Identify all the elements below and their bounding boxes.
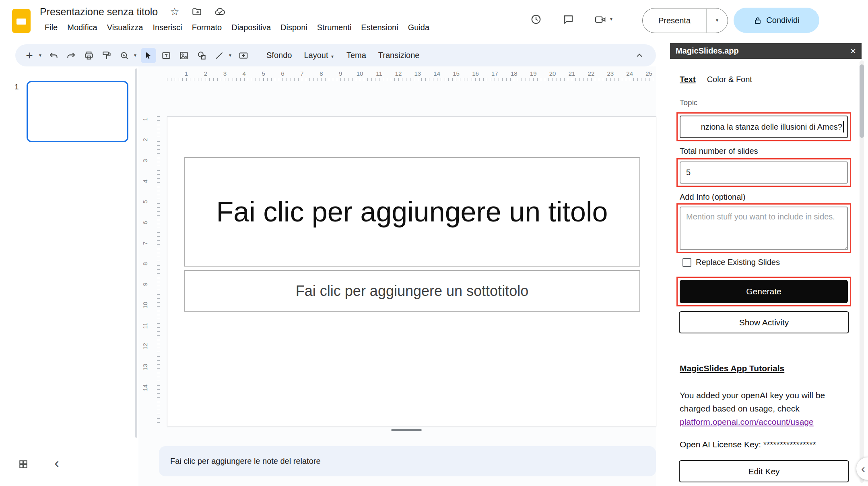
comments-icon[interactable] [562,13,575,26]
sidebar-scrollbar-thumb[interactable] [860,64,864,138]
document-title[interactable]: Presentazione senza titolo [40,6,158,18]
add-info-textarea[interactable]: Mention stuff you want to include in sid… [680,207,848,250]
menu-item[interactable]: Disponi [276,21,312,34]
share-label: Condividi [766,16,799,25]
topic-field-highlight: nziona la stanza delle illusioni di Ames… [676,112,851,141]
replace-slides-checkbox[interactable] [682,258,691,267]
insert-line-button[interactable] [212,48,227,63]
chevron-down-icon: ▼ [38,54,42,58]
background-button[interactable]: Sfondo [262,48,297,62]
openai-usage-link[interactable]: platform.openai.com/account/usage [680,417,814,426]
license-key-mask: **************** [763,440,816,449]
select-tool-button[interactable] [141,48,156,63]
filmstrip-scrollbar[interactable] [135,68,137,438]
menu-item[interactable]: Inserisci [148,21,187,34]
api-key-note: You added your openAI key you will be ch… [680,389,854,428]
menu-item[interactable]: Formato [187,21,227,34]
menu-item[interactable]: Visualizza [102,21,148,34]
line-dropdown[interactable]: ▼ [227,54,233,58]
top-bar: Presentazione senza titolo ☆ FileModific… [0,0,868,43]
total-slides-label: Total number of slides [680,147,758,156]
generate-button[interactable]: Generate [680,280,848,303]
transition-button[interactable]: Transizione [373,48,425,62]
chevron-left-icon: ‹ [861,462,865,476]
zoom-button[interactable] [117,48,132,63]
layout-button[interactable]: Layout ▼ [299,48,339,62]
subtitle-placeholder-text: Fai clic per aggiungere un sottotitolo [296,283,528,300]
add-info-label: Add Info (optional) [680,192,745,202]
tutorials-link[interactable]: MagicSlides App Tutorials [680,364,784,373]
present-button[interactable]: Presenta ▼ [642,8,728,33]
collapse-filmstrip-button[interactable]: ‹ [50,454,64,472]
slides-logo-icon[interactable] [12,9,31,33]
grid-view-button[interactable] [16,457,30,471]
chevron-down-icon: ▼ [330,54,334,59]
present-options-button[interactable]: ▼ [707,19,728,23]
edit-key-button[interactable]: Edit Key [679,460,849,482]
text-box-button[interactable] [159,48,174,63]
star-icon[interactable]: ☆ [170,6,179,17]
collapse-toolbar-button[interactable] [632,48,647,63]
subtitle-placeholder[interactable]: Fai clic per aggiungere un sottotitolo [184,270,640,312]
sidebar-app-title: MagicSlides.app [676,46,850,56]
title-placeholder-text: Fai clic per aggiungere un titolo [200,196,624,228]
sidebar-header: MagicSlides.app × [670,43,862,59]
speaker-notes[interactable]: Fai clic per aggiungere le note del rela… [159,446,656,476]
move-folder-icon[interactable] [192,6,202,17]
chevron-down-icon[interactable]: ▼ [609,17,613,21]
slide-canvas[interactable]: Fai clic per aggiungere un titolo Fai cl… [167,116,656,426]
menu-item[interactable]: Estensioni [356,21,403,34]
main-toolbar: + ▼ ▼ ▼ [15,44,656,66]
tab-color-font[interactable]: Color & Font [707,75,752,84]
total-slides-value: 5 [686,168,691,177]
chevron-down-icon: ▼ [228,54,232,58]
meet-call-control[interactable]: ▼ [594,13,613,25]
undo-button[interactable] [46,48,61,63]
api-note-line1: You added your openAI key you will be [680,391,825,400]
chevron-down-icon: ▼ [715,19,719,23]
slides-logo-inner [16,19,26,25]
show-activity-button[interactable]: Show Activity [679,311,849,333]
menu-item[interactable]: Diapositiva [227,21,276,34]
insert-shape-button[interactable] [194,48,209,63]
new-slide-button[interactable]: + [22,48,37,63]
license-key-row: Open AI License Key: **************** [680,440,816,449]
insert-placeholder-button[interactable] [236,48,251,63]
redo-button[interactable] [64,48,79,63]
menu-item[interactable]: Modifica [62,21,102,34]
add-info-highlight: Mention stuff you want to include in sid… [676,203,851,253]
slide-filmstrip: 1 [0,66,138,486]
share-button[interactable]: Condividi [734,8,819,33]
slide-thumbnail[interactable] [27,81,128,142]
tab-text[interactable]: Text [680,75,696,84]
horizontal-ruler-ticks [167,78,656,81]
close-icon[interactable]: × [850,46,856,56]
google-slides-app: Presentazione senza titolo ☆ FileModific… [0,0,868,486]
total-slides-input[interactable]: 5 [680,161,848,184]
theme-button[interactable]: Tema [342,48,371,62]
topic-input[interactable]: nziona la stanza delle illusioni di Ames… [680,116,848,138]
menu-item[interactable]: Strumenti [312,21,357,34]
paint-format-icon[interactable] [99,48,114,63]
slide-number: 1 [14,83,19,91]
sidebar-tabs: Text Color & Font [680,75,752,84]
topic-label: Topic [680,98,697,107]
new-slide-dropdown[interactable]: ▼ [37,54,43,58]
print-button[interactable] [81,48,97,63]
title-block: Presentazione senza titolo ☆ FileModific… [40,4,434,34]
generate-highlight: Generate [676,277,851,306]
zoom-dropdown[interactable]: ▼ [132,54,138,58]
cloud-status-icon[interactable] [214,6,225,17]
license-key-label: Open AI License Key: [680,440,763,449]
replace-slides-label[interactable]: Replace Existing Slides [696,258,780,267]
lock-icon [753,16,762,25]
menu-item[interactable]: File [40,21,62,34]
topic-value: nziona la stanza delle illusioni di Ames… [701,122,842,132]
title-placeholder[interactable]: Fai clic per aggiungere un titolo [184,157,640,267]
notes-resize-handle[interactable] [391,429,422,431]
insert-image-button[interactable] [176,48,192,63]
version-history-icon[interactable] [530,13,542,26]
speaker-notes-placeholder: Fai clic per aggiungere le note del rela… [170,457,321,466]
vertical-ruler-ticks [157,116,160,426]
menu-item[interactable]: Guida [403,21,434,34]
